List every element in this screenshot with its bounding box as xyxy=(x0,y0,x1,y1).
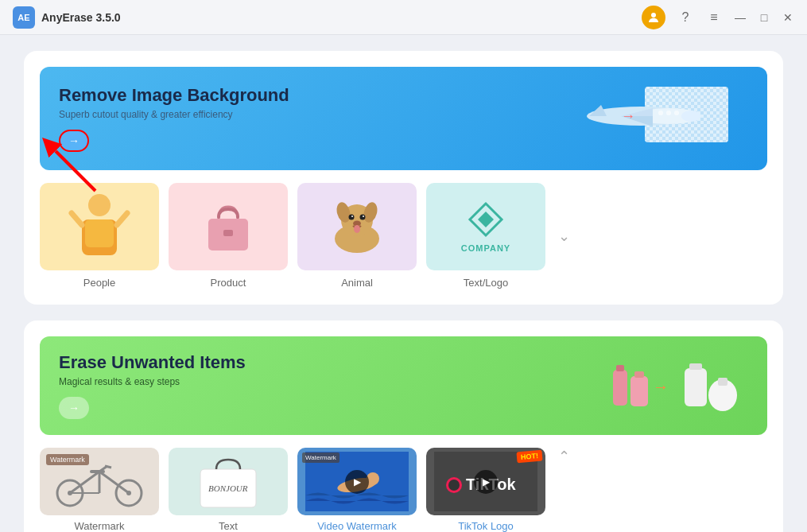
erase-banner-subtitle: Magical results & easy steps xyxy=(59,376,246,387)
svg-point-31 xyxy=(360,215,366,220)
svg-marker-37 xyxy=(478,212,494,227)
maximize-button[interactable]: □ xyxy=(758,11,770,24)
svg-rect-44 xyxy=(689,363,702,370)
people-label: People xyxy=(83,277,115,289)
svg-rect-43 xyxy=(685,368,707,406)
svg-point-30 xyxy=(349,215,355,220)
tiktok-label: TikTok Logo xyxy=(458,520,514,532)
svg-rect-21 xyxy=(85,219,114,247)
category-people[interactable]: People xyxy=(40,183,159,289)
product-label: Product xyxy=(211,277,246,289)
erase-watermark-item[interactable]: Watermark xyxy=(40,448,159,532)
svg-line-23 xyxy=(117,213,127,225)
plane-illustration: → xyxy=(573,83,732,146)
video-watermark-badge: Watermark xyxy=(302,452,339,463)
svg-point-13 xyxy=(658,111,663,115)
animal-label: Animal xyxy=(341,277,373,289)
text-label: Text xyxy=(219,520,238,532)
products-svg: → xyxy=(589,354,748,417)
video-thumbnail: Watermark ▶ xyxy=(297,448,417,515)
arrow-overlay-container: People Pr xyxy=(40,183,767,289)
tiktok-thumbnail: HOT! TikTok ▶ xyxy=(426,448,545,515)
hot-badge: HOT! xyxy=(516,450,542,464)
erase-arrow-button[interactable]: → xyxy=(59,397,89,419)
minimize-button[interactable]: — xyxy=(734,11,747,24)
app-icon: AE xyxy=(13,6,35,29)
user-avatar-icon[interactable] xyxy=(642,6,665,29)
remove-bg-arrow-button[interactable]: → xyxy=(59,130,89,152)
person-svg xyxy=(68,189,131,265)
erase-item-grid: Watermark xyxy=(40,448,767,532)
svg-point-15 xyxy=(674,111,679,115)
chevron-down-icon[interactable]: ⌄ xyxy=(558,227,570,245)
bonjour-svg: BONJOUR xyxy=(177,452,280,511)
dog-svg xyxy=(321,195,393,258)
svg-rect-25 xyxy=(223,230,233,236)
video-play-icon: ▶ xyxy=(345,470,369,494)
erase-banner-title: Erase Unwanted Items xyxy=(59,352,246,373)
help-icon[interactable]: ? xyxy=(677,9,694,26)
video-watermark-label: Video Watermark xyxy=(317,520,397,532)
chevron-up-icon[interactable]: ⌃ xyxy=(558,448,570,465)
banner-subtitle: Superb cutout quality & greater efficien… xyxy=(59,109,289,120)
watermark-label: Watermark xyxy=(74,520,124,532)
textlogo-thumbnail: COMPANY xyxy=(426,183,545,270)
erase-items-card: Erase Unwanted Items Magical results & e… xyxy=(24,320,783,532)
product-thumbnail xyxy=(169,183,288,270)
category-animal[interactable]: Animal xyxy=(297,183,417,289)
svg-rect-46 xyxy=(718,378,727,386)
svg-point-12 xyxy=(681,111,700,122)
svg-point-35 xyxy=(354,225,360,233)
animal-thumbnail xyxy=(297,183,417,270)
people-thumbnail xyxy=(40,183,159,270)
main-content: Remove Image Background Superb cutout qu… xyxy=(0,35,807,532)
svg-rect-40 xyxy=(616,365,624,371)
watermark-thumbnail: Watermark xyxy=(40,448,159,515)
titlebar-left: AE AnyErase 3.5.0 xyxy=(13,6,121,29)
category-product[interactable]: Product xyxy=(169,183,288,289)
titlebar-right: ? ≡ — □ ✕ xyxy=(642,6,794,29)
company-text: COMPANY xyxy=(461,243,510,253)
app-name: AnyErase 3.5.0 xyxy=(41,11,121,24)
bag-svg xyxy=(196,195,260,258)
textlogo-label: Text/Logo xyxy=(464,277,508,289)
svg-rect-41 xyxy=(630,376,648,406)
remove-bg-card: Remove Image Background Superb cutout qu… xyxy=(24,51,783,305)
watermark-overlay-label: Watermark xyxy=(46,454,89,465)
svg-point-19 xyxy=(88,194,111,216)
titlebar: AE AnyErase 3.5.0 ? ≡ — □ ✕ xyxy=(0,0,807,35)
remove-bg-banner: Remove Image Background Superb cutout qu… xyxy=(40,67,767,170)
svg-point-0 xyxy=(651,13,656,17)
svg-point-66 xyxy=(448,480,460,491)
banner-image: → xyxy=(573,83,748,154)
svg-rect-39 xyxy=(613,370,627,406)
erase-banner-image: → xyxy=(589,354,748,417)
logo-container: COMPANY xyxy=(426,183,545,270)
banner-title: Remove Image Background xyxy=(59,85,289,106)
svg-point-32 xyxy=(351,216,353,217)
erase-video-item[interactable]: Watermark ▶ Video Watermark xyxy=(297,448,417,532)
close-button[interactable]: ✕ xyxy=(782,11,794,24)
category-grid: People Pr xyxy=(40,183,767,289)
erase-banner: Erase Unwanted Items Magical results & e… xyxy=(40,336,767,435)
erase-tiktok-item[interactable]: HOT! TikTok ▶ TikTok Logo xyxy=(426,448,545,532)
svg-point-14 xyxy=(666,111,671,115)
menu-icon[interactable]: ≡ xyxy=(705,9,723,26)
erase-text-item[interactable]: BONJOUR Text xyxy=(169,448,288,532)
erase-banner-text: Erase Unwanted Items Magical results & e… xyxy=(59,352,246,419)
svg-text:→: → xyxy=(621,108,635,124)
svg-text:→: → xyxy=(653,378,669,395)
banner-text: Remove Image Background Superb cutout qu… xyxy=(59,85,289,152)
svg-line-22 xyxy=(72,213,82,225)
diamond-icon xyxy=(467,200,505,239)
text-thumbnail: BONJOUR xyxy=(169,448,288,515)
svg-text:BONJOUR: BONJOUR xyxy=(208,483,248,493)
tiktok-play-icon: ▶ xyxy=(474,470,498,494)
svg-rect-42 xyxy=(634,371,644,378)
svg-line-56 xyxy=(105,466,111,468)
svg-point-33 xyxy=(363,216,364,217)
category-textlogo[interactable]: COMPANY Text/Logo xyxy=(426,183,545,289)
